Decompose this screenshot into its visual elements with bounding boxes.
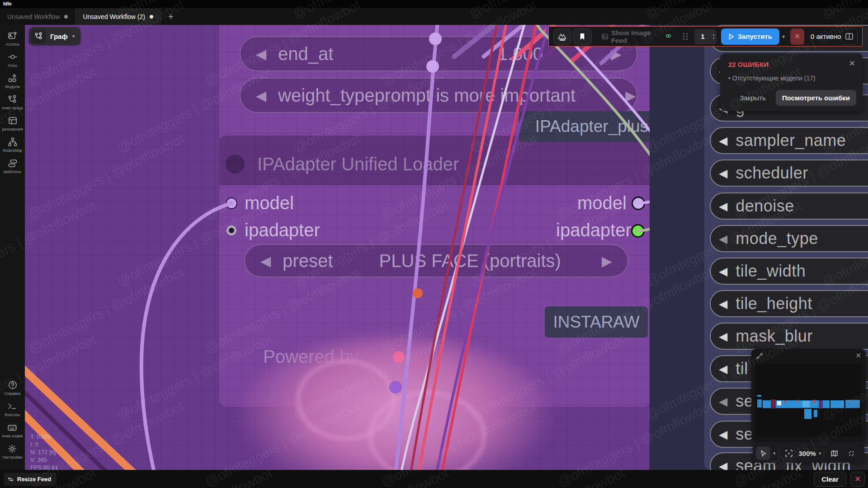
tab-label: Unsaved Workflow xyxy=(7,13,60,20)
error-panel-title: 22 ОШИБКИ xyxy=(728,61,854,68)
workflow-icon xyxy=(31,29,46,43)
widget-sampler-name[interactable]: ◀sampler_name xyxy=(710,127,868,154)
graph-menu-label: Граф xyxy=(50,33,68,40)
sidebar-item-assets[interactable]: Ассеты xyxy=(5,31,19,47)
widget-left-arrow-icon[interactable]: ◀ xyxy=(719,232,727,245)
sidebar-item-label: ячие клави xyxy=(2,434,23,438)
tool-chevron-icon[interactable]: ▾ xyxy=(773,450,776,456)
help-icon xyxy=(8,380,17,389)
close-icon[interactable]: ✕ xyxy=(855,352,861,360)
queue-count-stepper[interactable]: ▴▾ xyxy=(711,29,717,44)
widget-mask-blur[interactable]: ◀mask_blur xyxy=(710,323,868,350)
widget-left-arrow-icon[interactable]: ◀ xyxy=(719,167,727,180)
cancel-run-button[interactable]: ✕ xyxy=(790,28,804,45)
nodesmap-icon xyxy=(8,137,17,146)
bookmark-button[interactable] xyxy=(573,28,591,45)
new-workflow-button[interactable]: + xyxy=(161,8,181,25)
stepper-down-icon[interactable]: ▾ xyxy=(713,37,715,40)
widget-left-arrow-icon[interactable]: ◀ xyxy=(719,460,727,470)
close-icon[interactable]: ✕ xyxy=(849,59,855,68)
logo-button[interactable] xyxy=(553,28,571,45)
unlink-icon xyxy=(848,450,855,457)
widget-name: til xyxy=(736,359,748,378)
zoom-level[interactable]: 300% xyxy=(799,450,816,457)
error-item[interactable]: • Отсутствующие модели (17) xyxy=(728,75,854,82)
sidebar-item-nodesmap[interactable]: NodesMap xyxy=(3,137,23,153)
sidebar-item-label: Модели xyxy=(5,84,20,89)
minimap-panel[interactable]: ✕ xyxy=(751,349,866,441)
sidebar-item-label: Настройки xyxy=(2,455,22,460)
cursor-icon xyxy=(760,450,767,457)
sidebar-item-templates[interactable]: Шаблоны xyxy=(4,159,22,174)
minimap-toggle-button[interactable] xyxy=(827,446,841,460)
graph-menu-button[interactable]: Граф ▾ xyxy=(29,27,80,45)
drag-handle-icon[interactable] xyxy=(683,33,688,40)
workflow-tab-bar: Unsaved Workflow Unsaved Workflow (2) + xyxy=(0,8,868,25)
fit-view-button[interactable] xyxy=(782,446,796,460)
run-toolbar: Show Image Feed 1 ▴▾ Запустить ▾ ✕ 0 акт… xyxy=(548,26,863,47)
error-close-button[interactable]: Закрыть xyxy=(740,94,766,102)
resize-feed-label: Resize Feed xyxy=(17,476,51,483)
error-panel: 22 ОШИБКИ ✕ • Отсутствующие модели (17) … xyxy=(720,53,863,111)
widget-left-arrow-icon[interactable]: ◀ xyxy=(719,265,727,278)
widget-denoise[interactable]: ◀denoise xyxy=(710,192,868,220)
sidebar-item-hotkeys[interactable]: ячие клави xyxy=(2,423,23,438)
widget-name: scheduler xyxy=(736,164,808,183)
widget-tile-height[interactable]: ◀tile_height xyxy=(710,290,868,317)
resize-feed-button[interactable]: Resize Feed xyxy=(4,473,57,486)
canvas-debug-stats: T: 0.00s I: 0 N: 172 [6] V: 365 FPS:60.6… xyxy=(30,433,58,470)
sidebar-item-label: Консоль xyxy=(5,413,20,417)
widget-name: mode_type xyxy=(736,229,818,248)
minimap-view[interactable] xyxy=(755,363,862,437)
widget-name: sampler_name xyxy=(736,131,846,150)
clear-feed-button[interactable]: Clear xyxy=(814,472,846,487)
widget-left-arrow-icon[interactable]: ◀ xyxy=(719,134,727,147)
sidebar-item-label: Узлы xyxy=(8,63,17,68)
close-feed-button[interactable]: ✕ xyxy=(850,472,865,487)
widget-left-arrow-icon[interactable]: ◀ xyxy=(719,200,727,213)
error-view-button[interactable]: Посмотреть ошибки xyxy=(776,90,856,106)
show-image-feed-toggle[interactable]: Show Image Feed xyxy=(602,29,672,44)
sidebar-item-label: NodesMap xyxy=(3,148,23,153)
columns-icon xyxy=(845,33,853,40)
widget-left-arrow-icon[interactable]: ◀ xyxy=(719,362,727,375)
sidebar-item-label: Шаблоны xyxy=(4,169,22,174)
tab-unsaved-workflow[interactable]: Unsaved Workflow xyxy=(0,8,75,25)
run-options-chevron-icon[interactable]: ▾ xyxy=(782,33,785,40)
sidebar-item-help[interactable]: Справка xyxy=(5,380,20,396)
sidebar-item-models[interactable]: Модели xyxy=(5,74,20,89)
canvas-toolbar: ▾ 300% ▾ xyxy=(753,444,864,463)
widget-tile-width[interactable]: ◀tile_width xyxy=(710,258,868,285)
sidebar-item-console[interactable]: Консоль xyxy=(5,402,20,417)
widget-left-arrow-icon[interactable]: ◀ xyxy=(719,395,727,408)
apps-icon xyxy=(8,116,17,125)
map-icon xyxy=(831,450,838,457)
nodes-icon xyxy=(8,52,17,61)
templates-icon xyxy=(8,159,17,168)
widget-mode-type[interactable]: ◀mode_type xyxy=(710,225,868,252)
queue-count-input[interactable]: 1 xyxy=(694,29,711,44)
tab-unsaved-workflow-2[interactable]: Unsaved Workflow (2) xyxy=(75,8,160,25)
widget-scheduler[interactable]: ◀scheduler xyxy=(710,160,868,187)
sidebar-item-workflows[interactable]: очие проце xyxy=(2,95,23,110)
widget-name: se xyxy=(736,392,753,411)
sidebar-item-settings[interactable]: Настройки xyxy=(2,444,22,460)
widget-left-arrow-icon[interactable]: ◀ xyxy=(719,297,727,310)
run-button[interactable]: Запустить xyxy=(721,28,779,45)
widget-name: mask_blur xyxy=(736,327,813,346)
sidebar-item-apps[interactable]: риложения xyxy=(2,116,23,131)
sidebar-item-label: риложения xyxy=(2,127,23,131)
panel-toggle-button[interactable] xyxy=(841,28,858,45)
zoom-chevron-icon[interactable]: ▾ xyxy=(819,450,821,456)
sidebar-item-label: очие проце xyxy=(2,106,23,110)
toggle-links-button[interactable] xyxy=(844,446,859,460)
widget-name: denoise xyxy=(736,197,794,216)
widget-name: tile_height xyxy=(736,294,812,313)
widget-left-arrow-icon[interactable]: ◀ xyxy=(719,428,727,441)
select-tool-button[interactable] xyxy=(756,446,770,460)
widget-name: se xyxy=(736,425,753,444)
widget-left-arrow-icon[interactable]: ◀ xyxy=(719,330,727,343)
sidebar-item-nodes[interactable]: Узлы xyxy=(8,52,17,68)
bookmark-icon xyxy=(579,33,585,40)
minimap-links-icon xyxy=(756,352,763,360)
